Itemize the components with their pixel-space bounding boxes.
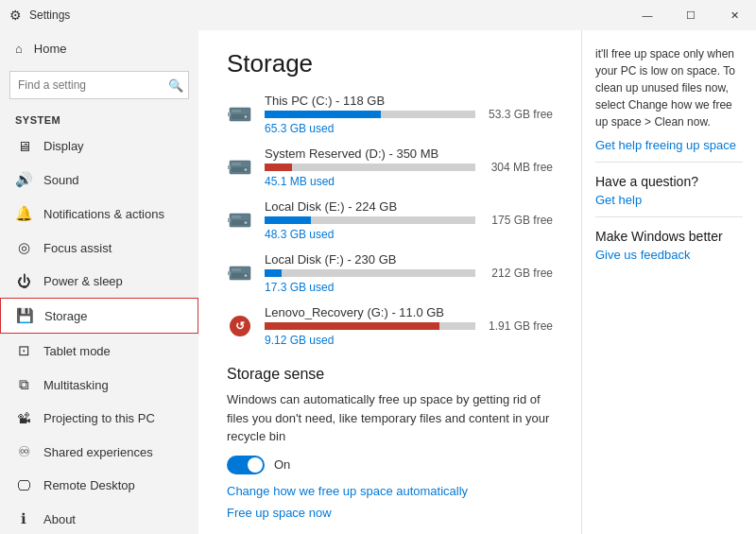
drive-item-f: Local Disk (F:) - 230 GB 17.3 GB used 21… bbox=[227, 252, 553, 294]
drive-d-info: System Reserved (D:) - 350 MB 45.1 MB us… bbox=[265, 146, 475, 188]
power-icon: ⏻ bbox=[15, 273, 32, 289]
storage-sense-toggle-row: On bbox=[227, 456, 553, 474]
get-help-link[interactable]: Get help bbox=[595, 193, 743, 207]
sidebar-item-focus-assist[interactable]: ◎ Focus assist bbox=[0, 231, 198, 265]
sidebar-item-label: Remote Desktop bbox=[43, 478, 135, 492]
settings-icon: ⚙ bbox=[9, 8, 22, 23]
have-question-title: Have a question? bbox=[595, 174, 743, 189]
sidebar-item-remote-desktop[interactable]: 🖵 Remote Desktop bbox=[0, 469, 198, 502]
project-icon: 📽 bbox=[15, 410, 32, 426]
svg-rect-19 bbox=[228, 271, 231, 275]
drive-f-info: Local Disk (F:) - 230 GB 17.3 GB used bbox=[265, 252, 475, 294]
sidebar-item-notifications[interactable]: 🔔 Notifications & actions bbox=[0, 197, 198, 231]
toggle-knob bbox=[248, 457, 263, 473]
drive-d-progress-fill bbox=[265, 164, 292, 171]
svg-rect-3 bbox=[232, 110, 241, 112]
sidebar-item-power-sleep[interactable]: ⏻ Power & sleep bbox=[0, 265, 198, 298]
drive-e-progress-fill bbox=[265, 216, 311, 224]
sidebar-item-label: Multitasking bbox=[43, 378, 109, 392]
right-panel: it'll free up space only when your PC is… bbox=[581, 30, 756, 534]
sidebar-item-tablet-mode[interactable]: ⊡ Tablet mode bbox=[0, 334, 198, 368]
divider1 bbox=[595, 162, 743, 163]
sidebar-item-label: Projecting to this PC bbox=[43, 411, 155, 425]
drive-c-icon bbox=[227, 101, 253, 128]
home-label: Home bbox=[34, 42, 67, 56]
about-icon: ℹ bbox=[15, 510, 32, 527]
storage-sense-toggle[interactable] bbox=[227, 456, 265, 474]
drive-f-used: 17.3 GB used bbox=[265, 281, 334, 294]
free-up-space-link[interactable]: Free up space now bbox=[227, 506, 553, 520]
drive-g-progress-fill bbox=[265, 322, 439, 330]
maximize-button[interactable]: ☐ bbox=[669, 0, 713, 30]
settings-window: ⚙ Settings — ☐ ✕ ⌂ Home 🔍 System 🖥 Displ… bbox=[0, 0, 756, 534]
svg-rect-14 bbox=[228, 218, 231, 222]
divider2 bbox=[595, 216, 743, 217]
drive-c-used: 65.3 GB used bbox=[265, 122, 334, 135]
notifications-icon: 🔔 bbox=[15, 205, 32, 222]
feedback-link[interactable]: Give us feedback bbox=[595, 248, 743, 262]
change-free-space-link[interactable]: Change how we free up space automaticall… bbox=[227, 484, 553, 498]
drive-list: This PC (C:) - 118 GB 65.3 GB used 53.3 … bbox=[227, 94, 553, 347]
sidebar-item-label: Display bbox=[43, 139, 84, 153]
page-title: Storage bbox=[227, 49, 553, 78]
svg-text:↺: ↺ bbox=[235, 319, 245, 333]
drive-e-icon bbox=[227, 207, 253, 233]
drive-f-icon bbox=[227, 260, 253, 286]
sidebar-item-sound[interactable]: 🔊 Sound bbox=[0, 163, 198, 197]
display-icon: 🖥 bbox=[15, 138, 32, 154]
drive-f-progress-bg bbox=[265, 269, 475, 277]
drive-d-used: 45.1 MB used bbox=[265, 175, 335, 188]
svg-rect-4 bbox=[228, 112, 231, 116]
drive-e-progress-bg bbox=[265, 216, 475, 224]
drive-e-info: Local Disk (E:) - 224 GB 48.3 GB used bbox=[265, 199, 475, 241]
svg-point-12 bbox=[245, 221, 248, 224]
sidebar-item-multitasking[interactable]: ⧉ Multitasking bbox=[0, 368, 198, 402]
svg-point-2 bbox=[245, 115, 248, 118]
drive-c-progress-bg bbox=[265, 111, 475, 118]
drive-g-free: 1.91 GB free bbox=[487, 319, 553, 333]
svg-rect-13 bbox=[232, 215, 241, 218]
make-better-title: Make Windows better bbox=[595, 229, 743, 244]
sidebar-item-projecting[interactable]: 📽 Projecting to this PC bbox=[0, 402, 198, 435]
drive-e-used: 48.3 GB used bbox=[265, 228, 334, 241]
focus-icon: ◎ bbox=[15, 239, 32, 256]
drive-f-progress-fill bbox=[265, 269, 282, 277]
svg-point-7 bbox=[245, 168, 248, 171]
drive-item-e: Local Disk (E:) - 224 GB 48.3 GB used 17… bbox=[227, 199, 553, 241]
sidebar-item-label: Shared experiences bbox=[43, 445, 153, 459]
close-button[interactable]: ✕ bbox=[713, 0, 756, 30]
drive-d-icon bbox=[227, 154, 253, 181]
sidebar-item-home[interactable]: ⌂ Home bbox=[0, 30, 198, 67]
sidebar-item-display[interactable]: 🖥 Display bbox=[0, 129, 198, 163]
tablet-icon: ⊡ bbox=[15, 342, 32, 359]
titlebar-controls: — ☐ ✕ bbox=[626, 0, 756, 30]
drive-g-name: Lenovo_Recovery (G:) - 11.0 GB bbox=[265, 305, 475, 319]
sidebar-search[interactable]: 🔍 bbox=[9, 71, 189, 99]
minimize-button[interactable]: — bbox=[626, 0, 669, 30]
storage-sense-desc: Windows can automatically free up space … bbox=[227, 390, 553, 446]
svg-point-17 bbox=[245, 274, 248, 277]
drive-item-d: System Reserved (D:) - 350 MB 45.1 MB us… bbox=[227, 146, 553, 188]
content-area: ⌂ Home 🔍 System 🖥 Display 🔊 Sound 🔔 Noti… bbox=[0, 30, 756, 534]
multitasking-icon: ⧉ bbox=[15, 376, 32, 393]
sidebar-item-storage[interactable]: 💾 Storage bbox=[0, 298, 198, 334]
storage-icon: 💾 bbox=[16, 307, 33, 324]
storage-sense-title: Storage sense bbox=[227, 366, 553, 383]
toggle-label: On bbox=[274, 457, 290, 472]
sidebar-item-label: Power & sleep bbox=[43, 274, 123, 288]
titlebar: ⚙ Settings — ☐ ✕ bbox=[0, 0, 756, 30]
drive-item-c: This PC (C:) - 118 GB 65.3 GB used 53.3 … bbox=[227, 94, 553, 135]
drive-g-used: 9.12 GB used bbox=[265, 334, 334, 347]
get-help-freeing-link[interactable]: Get help freeing up space bbox=[595, 138, 743, 152]
titlebar-left: ⚙ Settings bbox=[9, 8, 70, 23]
drive-d-progress-bg bbox=[265, 164, 475, 171]
sidebar-item-label: Notifications & actions bbox=[43, 207, 164, 221]
search-input[interactable] bbox=[9, 71, 189, 99]
window-title: Settings bbox=[29, 9, 70, 22]
remote-icon: 🖵 bbox=[15, 477, 32, 493]
shared-icon: ♾ bbox=[15, 443, 32, 460]
sidebar-item-about[interactable]: ℹ About bbox=[0, 502, 198, 534]
main-panel: Storage This PC (C:) - 118 bbox=[198, 30, 581, 534]
drive-f-free: 212 GB free bbox=[487, 267, 553, 280]
sidebar-item-shared-experiences[interactable]: ♾ Shared experiences bbox=[0, 435, 198, 469]
